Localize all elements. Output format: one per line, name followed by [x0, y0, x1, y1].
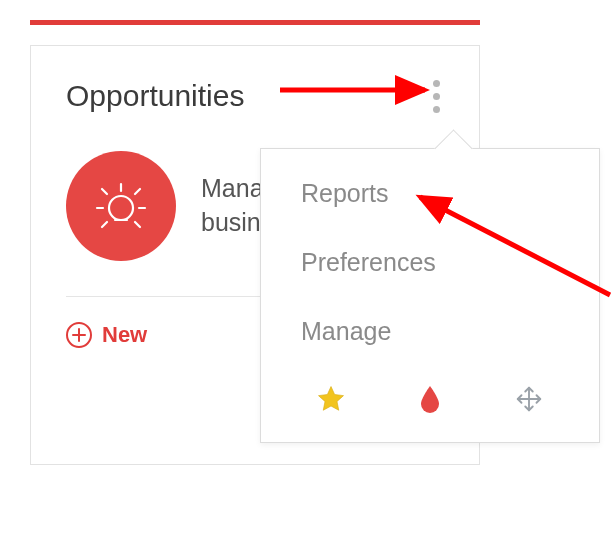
plus-icon [66, 322, 92, 348]
move-icon[interactable] [511, 381, 547, 417]
svg-point-0 [109, 196, 133, 220]
dropdown-actions [261, 366, 599, 442]
new-button-label: New [102, 322, 147, 348]
lightbulb-icon [66, 151, 176, 261]
menu-item-preferences[interactable]: Preferences [261, 228, 599, 297]
card-title: Opportunities [66, 79, 244, 113]
svg-line-5 [135, 189, 140, 194]
menu-item-reports[interactable]: Reports [261, 159, 599, 228]
svg-line-4 [102, 189, 107, 194]
menu-item-manage[interactable]: Manage [261, 297, 599, 366]
drop-icon[interactable] [412, 381, 448, 417]
svg-marker-10 [318, 387, 343, 411]
svg-line-6 [102, 222, 107, 227]
svg-line-7 [135, 222, 140, 227]
card-menu-dropdown: Reports Preferences Manage [260, 148, 600, 443]
more-menu-button[interactable] [423, 76, 449, 116]
top-accent-bar [30, 20, 480, 25]
star-icon[interactable] [313, 381, 349, 417]
card-header: Opportunities [31, 46, 479, 126]
